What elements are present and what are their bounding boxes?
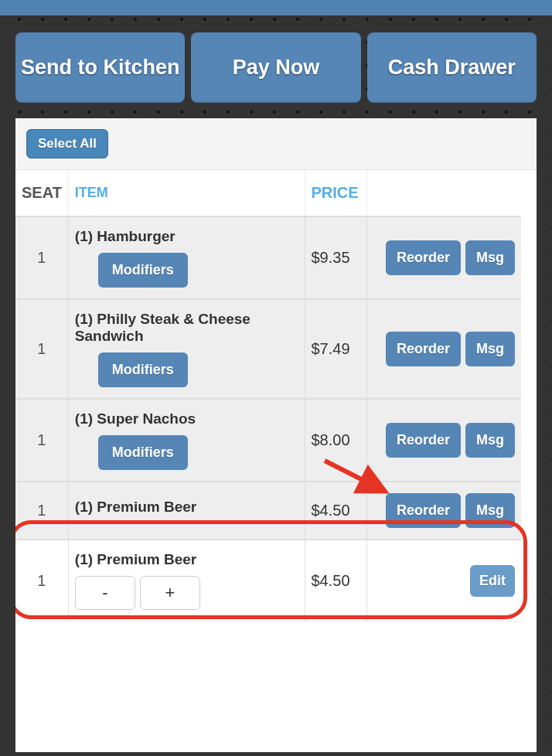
top-bar — [0, 0, 552, 15]
col-item: ITEM — [68, 170, 305, 216]
table-row: 1(1) HamburgerModifiers$9.35ReorderMsg — [15, 216, 521, 299]
actions-cell: Edit — [366, 540, 521, 621]
msg-button[interactable]: Msg — [465, 423, 515, 458]
msg-button[interactable]: Msg — [465, 240, 515, 275]
pay-now-button[interactable]: Pay Now — [191, 32, 360, 103]
action-row: Send to Kitchen Pay Now Cash Drawer — [0, 15, 552, 118]
actions-cell: ReorderMsg — [366, 216, 521, 299]
price-cell: $9.35 — [305, 216, 366, 299]
table-row: 1(1) Philly Steak & Cheese SandwichModif… — [15, 299, 521, 399]
order-table: SEAT ITEM PRICE 1(1) HamburgerModifiers$… — [15, 170, 521, 621]
item-cell: (1) HamburgerModifiers — [68, 216, 305, 299]
price-cell: $8.00 — [305, 399, 366, 482]
modifiers-button[interactable]: Modifiers — [98, 352, 188, 387]
seat-cell: 1 — [15, 299, 68, 399]
item-name: (1) Premium Beer — [75, 499, 298, 516]
col-seat: SEAT — [15, 170, 68, 216]
table-row: 1(1) Premium Beer-+$4.50Edit — [15, 540, 521, 621]
actions-cell: ReorderMsg — [366, 299, 521, 399]
item-cell: (1) Super NachosModifiers — [68, 399, 305, 482]
col-price: PRICE — [305, 170, 366, 216]
price-cell: $4.50 — [305, 482, 366, 540]
modifiers-button[interactable]: Modifiers — [98, 435, 188, 470]
item-cell: (1) Premium Beer-+ — [68, 540, 305, 621]
panel-header: Select All — [15, 118, 537, 170]
table-row: 1(1) Super NachosModifiers$8.00ReorderMs… — [15, 399, 521, 482]
col-actions — [366, 170, 521, 216]
edit-button[interactable]: Edit — [470, 565, 515, 597]
table-row: 1(1) Premium Beer$4.50ReorderMsg — [15, 482, 521, 540]
item-cell: (1) Premium Beer — [68, 482, 305, 540]
actions-cell: ReorderMsg — [366, 482, 521, 540]
order-panel: Select All SEAT ITEM PRICE 1(1) Hamburge… — [15, 118, 537, 752]
item-name: (1) Super Nachos — [75, 410, 298, 427]
seat-cell: 1 — [15, 399, 68, 482]
item-name: (1) Philly Steak & Cheese Sandwich — [75, 311, 298, 345]
msg-button[interactable]: Msg — [465, 332, 515, 366]
seat-cell: 1 — [15, 482, 68, 540]
qty-minus-button[interactable]: - — [75, 576, 135, 610]
qty-row: -+ — [75, 576, 298, 610]
item-name: (1) Hamburger — [75, 228, 298, 245]
modifiers-button[interactable]: Modifiers — [98, 253, 188, 288]
reorder-button[interactable]: Reorder — [386, 423, 461, 458]
cash-drawer-button[interactable]: Cash Drawer — [367, 32, 537, 103]
reorder-button[interactable]: Reorder — [386, 240, 461, 275]
reorder-button[interactable]: Reorder — [386, 332, 461, 366]
item-name: (1) Premium Beer — [75, 551, 298, 568]
send-to-kitchen-button[interactable]: Send to Kitchen — [15, 32, 185, 103]
qty-plus-button[interactable]: + — [140, 576, 200, 610]
reorder-button[interactable]: Reorder — [386, 493, 461, 528]
msg-button[interactable]: Msg — [465, 493, 515, 528]
price-cell: $4.50 — [305, 540, 366, 621]
select-all-button[interactable]: Select All — [26, 129, 108, 158]
item-cell: (1) Philly Steak & Cheese SandwichModifi… — [68, 299, 305, 399]
actions-cell: ReorderMsg — [366, 399, 521, 482]
price-cell: $7.49 — [305, 299, 366, 399]
seat-cell: 1 — [15, 216, 68, 299]
seat-cell: 1 — [15, 540, 68, 621]
